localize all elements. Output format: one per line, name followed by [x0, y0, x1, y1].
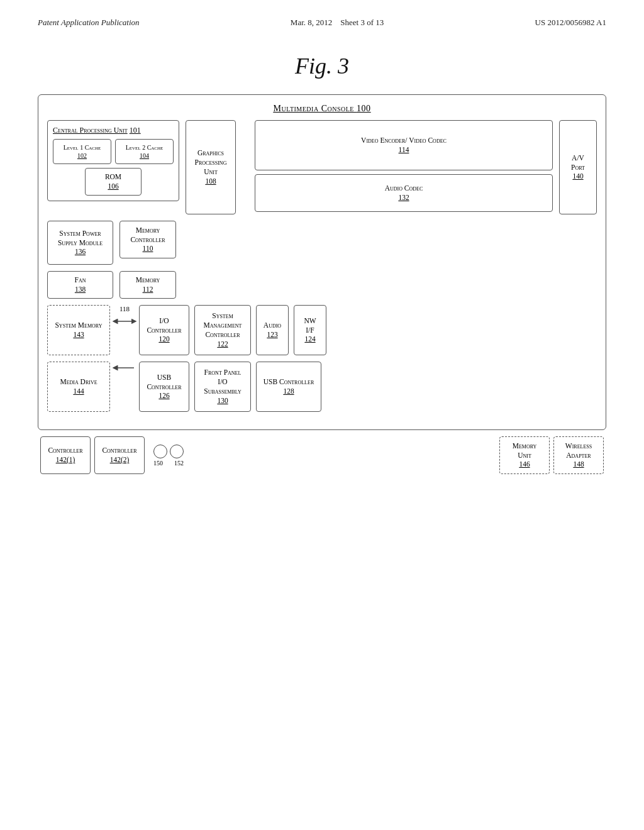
media-drive-num: 144 [73, 387, 84, 396]
rom-block: ROM 106 [85, 168, 142, 196]
av-port-num: 140 [572, 172, 583, 181]
memory-controller-block: Memory Controller 110 [119, 221, 176, 258]
usb-controller-126-block: USB Controller 126 [139, 362, 189, 412]
audio-123-num: 123 [267, 330, 277, 340]
front-panel-block: Front Panel I/O Subassembly 130 [194, 362, 251, 412]
io-controller-num: 120 [158, 335, 169, 344]
arrow-118-label: 118 [119, 305, 130, 313]
usb-controller-128-num: 128 [283, 387, 294, 396]
controller-142-2-num: 142(2) [110, 455, 130, 465]
circle-152-label: 152 [174, 460, 184, 467]
audio-codec-num: 132 [398, 193, 409, 202]
controller-142-1-block: Controller 142(1) [40, 436, 91, 474]
circle-150 [153, 445, 167, 458]
cache2-num: 104 [140, 152, 149, 160]
io-controller-block: I/O Controller 120 [139, 305, 189, 355]
front-panel-num: 130 [217, 396, 228, 406]
controller-142-2-block: Controller 142(2) [94, 436, 145, 474]
audio-123-block: Audio 123 [256, 305, 289, 355]
nw-if-num: 124 [304, 335, 315, 344]
gpu-block: Graphics Processing Unit 108 [186, 120, 236, 214]
gpu-num: 108 [205, 177, 216, 186]
header-center: Mar. 8, 2012 Sheet 3 of 13 [291, 18, 384, 28]
video-encoder-block: Video Encoder/ Video Codec 114 [255, 120, 553, 170]
memory-unit-block: Memory Unit 146 [499, 436, 550, 474]
diagram-container: Multimedia Console 100 Central Processin… [38, 94, 606, 474]
controller-142-1-num: 142(1) [56, 455, 75, 465]
memory-controller-num: 110 [143, 244, 153, 253]
header-right: US 2012/0056982 A1 [535, 18, 606, 28]
sys-mgmt-num: 122 [217, 340, 228, 349]
system-power-num: 136 [75, 247, 86, 257]
fig-title: Fig. 3 [0, 53, 644, 79]
page-header: Patent Application Publication Mar. 8, 2… [0, 0, 644, 34]
usb-controller-126-num: 126 [158, 391, 169, 401]
nw-if-block: NW I/F 124 [294, 305, 326, 355]
circle-152 [170, 445, 184, 458]
memory-block: Memory 112 [119, 271, 176, 299]
system-memory-block: System Memory 143 [47, 305, 110, 355]
console-label: Multimedia Console 100 [47, 104, 597, 114]
cpu-label: Central Processing Unit 101 [53, 126, 174, 135]
rom-num: 106 [108, 182, 118, 191]
memory-num: 112 [143, 285, 153, 294]
memory-unit-num: 146 [519, 460, 530, 469]
fan-num: 138 [75, 285, 86, 294]
circle-150-label: 150 [153, 460, 163, 467]
cache1-block: Level 1 Cache 102 [53, 139, 111, 164]
fan-block: Fan 138 [47, 271, 113, 299]
cpu-outer-box: Central Processing Unit 101 Level 1 Cach… [47, 120, 179, 201]
media-drive-block: Media Drive 144 [47, 362, 110, 412]
header-left: Patent Application Publication [38, 18, 140, 28]
video-encoder-num: 114 [399, 145, 409, 155]
system-power-block: System Power Supply Module 136 [47, 221, 113, 265]
system-memory-num: 143 [73, 330, 84, 340]
wireless-adapter-block: Wireless Adapter 148 [553, 436, 604, 474]
sys-mgmt-block: System Management Controller 122 [194, 305, 251, 355]
usb-controller-128-block: USB Controller 128 [256, 362, 321, 412]
wireless-adapter-num: 148 [573, 460, 584, 469]
av-port-block: A/V Port 140 [559, 120, 597, 214]
cache2-block: Level 2 Cache 104 [115, 139, 174, 164]
cache1-num: 102 [77, 152, 87, 160]
console-box: Multimedia Console 100 Central Processin… [38, 94, 606, 430]
audio-codec-block: Audio Codec 132 [255, 174, 553, 212]
